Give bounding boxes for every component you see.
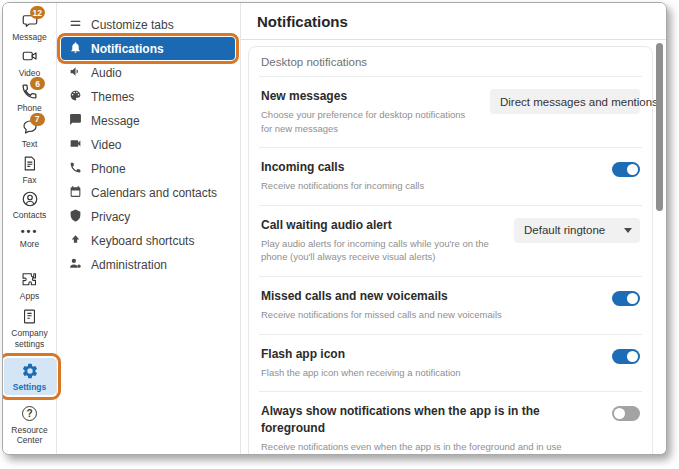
flash-app-icon-toggle[interactable] bbox=[612, 349, 640, 364]
rail-item-label: Fax bbox=[22, 175, 36, 186]
fax-icon bbox=[21, 155, 38, 172]
setting-row-foreground-notifications: Always show notifications when the app i… bbox=[259, 392, 642, 455]
rail-item-label: Contacts bbox=[13, 210, 47, 221]
menu-item-label: Audio bbox=[91, 66, 122, 80]
rail-item-settings[interactable]: Settings bbox=[4, 358, 56, 395]
setting-description: Receive notifications for missed calls a… bbox=[261, 308, 591, 322]
rail-item-label: Settings bbox=[13, 382, 47, 393]
incoming-calls-toggle[interactable] bbox=[612, 162, 640, 177]
missed-calls-toggle[interactable] bbox=[612, 291, 640, 306]
chevron-down-icon bbox=[666, 99, 667, 104]
setting-title: Always show notifications when the app i… bbox=[261, 403, 581, 437]
toggle-knob bbox=[627, 351, 638, 362]
app-window: 12 Message Video 6 Ph bbox=[2, 2, 667, 455]
rail-item-company-settings[interactable]: Company settings bbox=[4, 307, 56, 349]
setting-description: Choose your preference for desktop notif… bbox=[261, 108, 478, 136]
menu-item-label: Customize tabs bbox=[91, 18, 174, 32]
rail-item-phone[interactable]: 6 Phone bbox=[4, 82, 56, 114]
notifications-panel: Notifications Desktop notifications New … bbox=[241, 3, 666, 454]
menu-item-message[interactable]: Message bbox=[57, 109, 240, 132]
text-unread-badge: 7 bbox=[30, 113, 45, 126]
rail-item-more[interactable]: ••• More bbox=[4, 225, 56, 250]
setting-title: Flash app icon bbox=[261, 346, 600, 363]
setting-row-call-waiting-audio-alert: Call waiting audio alert Play audio aler… bbox=[259, 206, 642, 277]
speaker-icon bbox=[69, 65, 82, 81]
customize-tabs-icon bbox=[69, 17, 82, 33]
setting-row-missed-calls-voicemails: Missed calls and new voicemails Receive … bbox=[259, 277, 642, 335]
menu-item-label: Message bbox=[91, 114, 140, 128]
rail-item-fax[interactable]: Fax bbox=[4, 154, 56, 186]
videocam-icon bbox=[69, 137, 82, 153]
toggle-knob bbox=[627, 293, 638, 304]
setting-description: Receive notifications for incoming calls bbox=[261, 179, 591, 193]
video-icon bbox=[21, 47, 39, 65]
call-waiting-ringtone-dropdown[interactable]: Default ringtone bbox=[514, 218, 640, 243]
rail-item-apps[interactable]: Apps bbox=[4, 270, 56, 302]
desktop-notifications-card: Desktop notifications New messages Choos… bbox=[248, 46, 653, 455]
menu-item-keyboard-shortcuts[interactable]: Keyboard shortcuts bbox=[57, 229, 240, 252]
rail-item-label: More bbox=[20, 239, 39, 250]
rail-item-label: Message bbox=[12, 32, 47, 43]
menu-item-administration[interactable]: Administration bbox=[57, 253, 240, 276]
settings-gear-icon bbox=[21, 362, 39, 380]
rail-item-message[interactable]: 12 Message bbox=[4, 11, 56, 43]
panel-header: Notifications bbox=[241, 3, 666, 40]
rail-top-group: 12 Message Video 6 Ph bbox=[3, 3, 56, 249]
settings-menu: Customize tabs Notifications Audio Theme… bbox=[57, 3, 241, 454]
setting-row-incoming-calls: Incoming calls Receive notifications for… bbox=[259, 148, 642, 206]
rail-item-video[interactable]: Video bbox=[4, 47, 56, 79]
menu-item-privacy[interactable]: Privacy bbox=[57, 205, 240, 228]
menu-item-customize-tabs[interactable]: Customize tabs bbox=[57, 13, 240, 36]
shield-icon bbox=[69, 209, 82, 225]
rail-item-text[interactable]: 7 Text bbox=[4, 118, 56, 150]
phone-unread-badge: 6 bbox=[30, 77, 45, 90]
menu-item-label: Themes bbox=[91, 90, 134, 104]
contacts-icon bbox=[21, 190, 39, 208]
calendar-icon bbox=[69, 185, 82, 201]
company-settings-icon bbox=[21, 308, 38, 325]
left-icon-rail: 12 Message Video 6 Ph bbox=[3, 3, 57, 454]
menu-item-label: Administration bbox=[91, 258, 167, 272]
setting-row-flash-app-icon: Flash app icon Flash the app icon when r… bbox=[259, 335, 642, 393]
menu-item-label: Video bbox=[91, 138, 121, 152]
chat-bubble-icon bbox=[69, 113, 82, 129]
apps-puzzle-icon bbox=[21, 271, 39, 289]
setting-title: Incoming calls bbox=[261, 159, 600, 176]
dropdown-selected-value: Default ringtone bbox=[524, 224, 605, 236]
menu-item-label: Phone bbox=[91, 162, 126, 176]
menu-item-calendars-and-contacts[interactable]: Calendars and contacts bbox=[57, 181, 240, 204]
foreground-notifications-toggle[interactable] bbox=[612, 406, 640, 421]
menu-item-video[interactable]: Video bbox=[57, 133, 240, 156]
menu-item-label: Privacy bbox=[91, 210, 130, 224]
menu-item-label: Keyboard shortcuts bbox=[91, 234, 194, 248]
message-unread-badge: 12 bbox=[30, 6, 45, 19]
new-messages-dropdown[interactable]: Direct messages and mentions bbox=[490, 89, 640, 114]
rail-item-label: Company settings bbox=[5, 328, 55, 349]
rail-item-label: Apps bbox=[20, 291, 39, 302]
setting-title: Missed calls and new voicemails bbox=[261, 288, 600, 305]
menu-item-themes[interactable]: Themes bbox=[57, 85, 240, 108]
setting-title: New messages bbox=[261, 88, 478, 105]
rail-bottom-group: Apps Company settings Settings bbox=[3, 270, 56, 446]
bell-icon bbox=[69, 41, 82, 57]
setting-description: Receive notifications even when the app … bbox=[261, 440, 591, 454]
phone-icon bbox=[69, 161, 82, 177]
menu-item-phone[interactable]: Phone bbox=[57, 157, 240, 180]
menu-item-notifications[interactable]: Notifications bbox=[61, 37, 235, 60]
rail-item-contacts[interactable]: Contacts bbox=[4, 189, 56, 221]
toggle-knob bbox=[627, 164, 638, 175]
question-mark-icon: ? bbox=[22, 406, 37, 421]
admin-person-icon bbox=[69, 257, 82, 273]
vertical-scrollbar[interactable] bbox=[656, 43, 663, 211]
dropdown-selected-value: Direct messages and mentions bbox=[500, 96, 658, 108]
menu-item-audio[interactable]: Audio bbox=[57, 61, 240, 84]
toggle-knob bbox=[614, 408, 625, 419]
rail-item-resource-center[interactable]: ? Resource Center bbox=[4, 404, 56, 446]
setting-description: Flash the app icon when receiving a noti… bbox=[261, 366, 591, 380]
chevron-down-icon bbox=[624, 228, 632, 233]
keyboard-shortcut-key-icon bbox=[69, 233, 82, 249]
setting-description: Play audio alerts for incoming calls whi… bbox=[261, 237, 502, 265]
setting-title: Call waiting audio alert bbox=[261, 217, 502, 234]
menu-item-label: Notifications bbox=[91, 42, 164, 56]
rail-item-label: Text bbox=[22, 139, 38, 150]
